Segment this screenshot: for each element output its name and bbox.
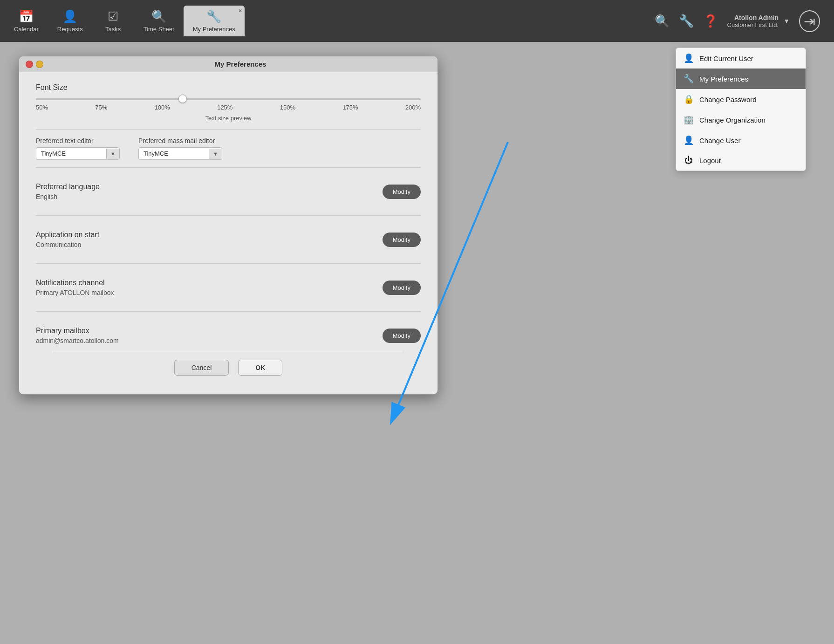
tasks-icon: ☑ — [108, 9, 118, 24]
slider-track[interactable] — [36, 98, 421, 100]
dialog-title: My Preferences — [50, 60, 431, 68]
text-editor-arrow[interactable]: ▼ — [106, 149, 119, 159]
preferred-language-value: English — [36, 193, 100, 200]
application-on-start-value: Communication — [36, 241, 99, 248]
primary-mailbox-modify-button[interactable]: Modify — [383, 329, 421, 343]
cancel-button[interactable]: Cancel — [174, 360, 229, 376]
primary-mailbox-label: Primary mailbox — [36, 327, 119, 335]
timesheet-icon: 🔍 — [151, 9, 166, 24]
nav-item-tasks[interactable]: ☑ Tasks — [92, 6, 134, 36]
primary-mailbox-info: Primary mailbox admin@smartco.atollon.co… — [36, 327, 119, 344]
notifications-channel-row: Notifications channel Primary ATOLLON ma… — [36, 271, 421, 304]
help-icon[interactable]: ❓ — [701, 12, 720, 31]
notifications-channel-label: Notifications channel — [36, 279, 114, 287]
slider-label-100: 100% — [155, 104, 170, 111]
dropdown-item-logout[interactable]: ⏻ Logout — [676, 151, 806, 171]
application-on-start-label: Application on start — [36, 231, 99, 239]
mass-mail-editor-arrow[interactable]: ▼ — [209, 149, 222, 159]
text-editor-group: Preferred text editor TinyMCE ▼ — [36, 137, 120, 160]
slider-label-150: 150% — [280, 104, 295, 111]
dropdown-item-label-preferences: My Preferences — [699, 75, 748, 83]
close-button[interactable] — [26, 61, 33, 68]
preferred-language-info: Preferred language English — [36, 183, 100, 200]
text-editor-label: Preferred text editor — [36, 137, 120, 144]
nav-label-timesheet: Time Sheet — [144, 26, 174, 33]
font-size-section: Font Size 50% 75% 100% 125% 150% 175% — [36, 83, 421, 122]
dropdown-item-label-change-user: Change User — [699, 137, 740, 144]
logout-icon[interactable]: ⇥ — [799, 10, 820, 32]
ok-button[interactable]: OK — [238, 360, 282, 376]
nav-item-mypreferences[interactable]: ✕ 🔧 My Preferences — [184, 6, 245, 36]
user-info[interactable]: Atollon Admin Customer First Ltd. — [727, 14, 779, 28]
font-size-slider-container: 50% 75% 100% 125% 150% 175% 200% Text si… — [36, 98, 421, 122]
nav-item-calendar[interactable]: 📅 Calendar — [5, 6, 48, 36]
notifications-channel-modify-button[interactable]: Modify — [383, 281, 421, 295]
primary-mailbox-value: admin@smartco.atollon.com — [36, 337, 119, 344]
slider-thumb[interactable] — [178, 95, 187, 103]
mass-mail-editor-label: Preferred mass mail editor — [138, 137, 222, 144]
logout-menu-icon: ⏻ — [684, 156, 694, 165]
mass-mail-editor-select[interactable]: TinyMCE ▼ — [138, 147, 222, 160]
edit-current-user-icon: 👤 — [684, 53, 694, 63]
preferred-language-label: Preferred language — [36, 183, 100, 191]
nav-item-requests[interactable]: 👤 Requests — [48, 6, 92, 36]
slider-label-200: 200% — [405, 104, 421, 111]
preferred-language-row: Preferred language English Modify — [36, 175, 421, 208]
preferences-dialog: My Preferences Font Size 50% 75% 100% — [19, 56, 438, 395]
divider-1 — [36, 129, 421, 130]
text-editor-value: TinyMCE — [36, 148, 106, 159]
my-preferences-icon: 🔧 — [684, 74, 694, 84]
primary-mailbox-row: Primary mailbox admin@smartco.atollon.co… — [36, 319, 421, 352]
titlebar-buttons — [26, 61, 43, 68]
nav-label-tasks: Tasks — [105, 26, 121, 33]
topbar: 📅 Calendar 👤 Requests ☑ Tasks 🔍 Time She… — [0, 0, 834, 42]
nav-label-calendar: Calendar — [14, 26, 39, 33]
dropdown-item-label-logout: Logout — [699, 157, 721, 164]
close-icon[interactable]: ✕ — [238, 8, 242, 14]
user-name: Atollon Admin — [734, 14, 779, 21]
dropdown-item-label-edit: Edit Current User — [699, 55, 753, 62]
calendar-icon: 📅 — [19, 9, 34, 24]
dropdown-item-change-password[interactable]: 🔒 Change Password — [676, 89, 806, 110]
editors-row: Preferred text editor TinyMCE ▼ Preferre… — [36, 137, 421, 160]
dropdown-item-label-password: Change Password — [699, 96, 757, 103]
mass-mail-editor-group: Preferred mass mail editor TinyMCE ▼ — [138, 137, 222, 160]
nav-items: 📅 Calendar 👤 Requests ☑ Tasks 🔍 Time She… — [5, 6, 652, 36]
user-dropdown-arrow[interactable]: ▼ — [783, 17, 790, 25]
notifications-channel-info: Notifications channel Primary ATOLLON ma… — [36, 279, 114, 296]
nav-label-mypreferences: My Preferences — [193, 26, 235, 33]
mypreferences-icon: 🔧 — [206, 9, 221, 24]
dialog-body: Font Size 50% 75% 100% 125% 150% 175% — [19, 72, 438, 394]
slider-label-125: 125% — [217, 104, 232, 111]
settings-icon[interactable]: 🔧 — [677, 12, 696, 31]
divider-4 — [36, 263, 421, 264]
preferred-language-modify-button[interactable]: Modify — [383, 185, 421, 199]
change-user-icon: 👤 — [684, 135, 694, 145]
divider-3 — [36, 215, 421, 216]
dropdown-item-change-user[interactable]: 👤 Change User — [676, 130, 806, 151]
nav-label-requests: Requests — [57, 26, 83, 33]
dropdown-item-edit-current-user[interactable]: 👤 Edit Current User — [676, 48, 806, 69]
search-icon[interactable]: 🔍 — [652, 12, 672, 31]
dropdown-menu: 👤 Edit Current User 🔧 My Preferences 🔒 C… — [676, 48, 806, 171]
text-editor-select[interactable]: TinyMCE ▼ — [36, 147, 120, 160]
main-content: My Preferences Font Size 50% 75% 100% — [0, 42, 834, 644]
slider-preview: Text size preview — [36, 115, 421, 122]
dropdown-item-label-organization: Change Organization — [699, 116, 766, 124]
minimize-button[interactable] — [36, 61, 43, 68]
application-on-start-row: Application on start Communication Modif… — [36, 223, 421, 256]
dropdown-item-my-preferences[interactable]: 🔧 My Preferences — [676, 69, 806, 89]
slider-label-75: 75% — [95, 104, 107, 111]
slider-label-175: 175% — [342, 104, 358, 111]
user-org: Customer First Ltd. — [727, 21, 779, 28]
application-on-start-modify-button[interactable]: Modify — [383, 233, 421, 247]
change-password-icon: 🔒 — [684, 94, 694, 104]
nav-item-timesheet[interactable]: 🔍 Time Sheet — [134, 6, 184, 36]
topbar-right: 🔍 🔧 ❓ Atollon Admin Customer First Ltd. … — [652, 10, 820, 32]
application-on-start-info: Application on start Communication — [36, 231, 99, 248]
font-size-label: Font Size — [36, 83, 421, 92]
divider-2 — [36, 167, 421, 168]
dropdown-item-change-organization[interactable]: 🏢 Change Organization — [676, 110, 806, 130]
requests-icon: 👤 — [62, 9, 77, 24]
dialog-titlebar: My Preferences — [19, 56, 438, 72]
